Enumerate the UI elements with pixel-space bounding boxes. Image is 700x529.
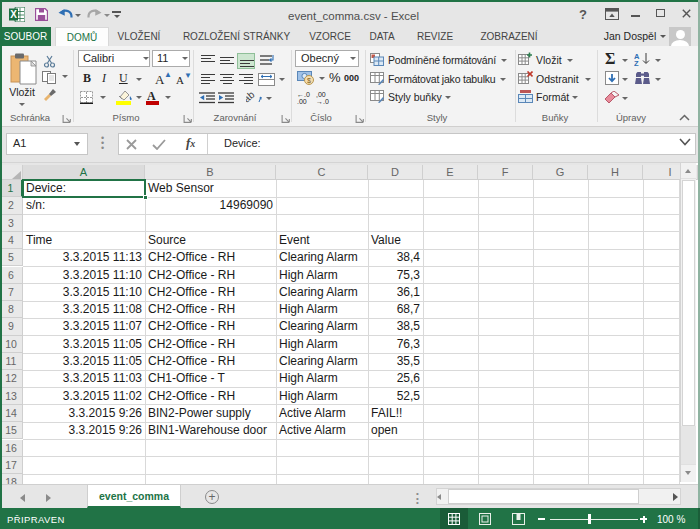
svg-text:,00: ,00 [297,98,307,104]
svg-text:→,0: →,0 [316,98,329,104]
svg-text:←.0: ←.0 [297,91,310,98]
svg-text:Z: Z [634,59,639,66]
svg-text:$: $ [307,77,311,84]
svg-text:ab: ab [246,90,257,104]
svg-text:,00: ,00 [316,91,326,98]
